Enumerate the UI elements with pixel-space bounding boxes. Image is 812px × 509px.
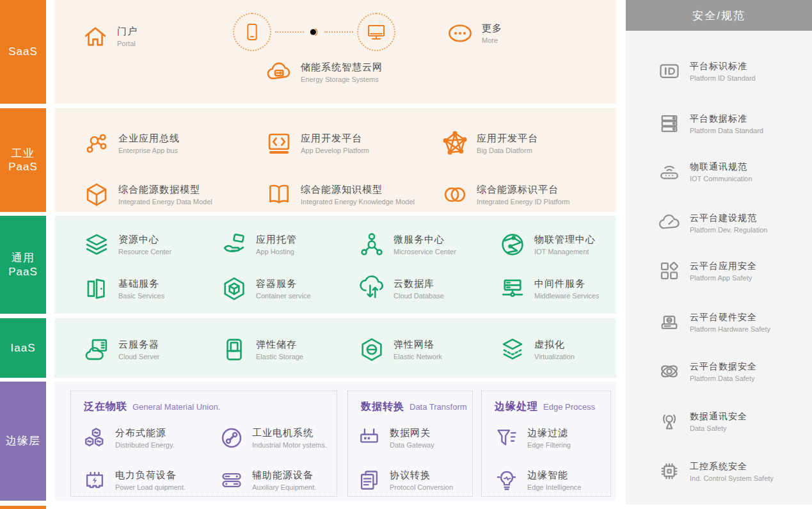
item-title: 应用托管 — [256, 234, 297, 246]
edge-group-header: 边缘处理 Edge Process — [495, 400, 595, 414]
cube-model-icon — [83, 181, 110, 208]
edge-group-title: 泛在物联 — [84, 400, 127, 414]
edge-group-data-transform: 数据转换 Data Transform 数据网关Data Gateway 协议转… — [347, 391, 473, 497]
item-edge-filtering: 边缘过滤Edge Filtering — [495, 426, 571, 450]
edge-panel: 泛在物联 General Material Union. 分布式能源Distri… — [54, 382, 616, 501]
linked-rings-icon — [442, 181, 468, 208]
middleware-server-icon — [499, 275, 526, 302]
item-subtitle: Basic Services — [118, 292, 164, 300]
item-subtitle: Platform Hardware Safety — [690, 325, 770, 333]
industrial-paas-panel: 企业应用总线Enterprise App bus 应用开发平台App Devel… — [54, 108, 616, 212]
container-hex-icon — [221, 275, 248, 302]
sidebar-item-platform-dev-regulation: 云平台建设规范Platform Dev. Regulation — [658, 211, 767, 234]
cloud-server-icon — [83, 336, 110, 363]
edge-group-subtitle: Data Transform — [410, 402, 467, 412]
cloud-battery-icon — [266, 59, 292, 86]
more-ellipsis-icon — [447, 20, 474, 47]
item-subtitle: Edge Filtering — [527, 441, 571, 449]
virtualization-icon — [499, 336, 526, 363]
item-subtitle: Energy Storage Systems — [301, 76, 383, 83]
item-power-load: 电力负荷设备Power Load quipment. — [83, 468, 186, 492]
item-app-develop-platform: 应用开发平台App Develop Platform — [266, 130, 369, 157]
item-auxiliary-equipment: 辅助能源设备Auxiliary Equipment. — [219, 468, 316, 492]
rail-block-industrial-paas: 工业 PaaS — [0, 108, 46, 212]
item-title: 数据网关 — [390, 427, 434, 439]
item-subtitle: Platform App Safety — [690, 274, 757, 282]
sidebar-item-iot-communication: 物联通讯规范IOT Communication — [658, 160, 752, 183]
item-subtitle: IOT Management — [534, 248, 596, 255]
item-edge-intelligence: 边缘智能Edge Intelligence — [495, 468, 581, 492]
item-title: 物联管理中心 — [534, 234, 596, 246]
item-title: 边缘过滤 — [527, 427, 571, 439]
sidebar-item-platform-id-standard: 平台标识标准Platform ID Standard — [658, 60, 756, 83]
item-subtitle: Power Load quipment. — [115, 483, 186, 491]
item-subtitle: App Develop Platform — [301, 147, 369, 154]
hardware-drive-icon — [658, 311, 681, 334]
dotted-connector — [324, 31, 353, 33]
item-subtitle: App Hosting — [256, 248, 297, 255]
item-title: 微服务中心 — [394, 234, 456, 246]
motor-system-icon — [219, 426, 244, 450]
item-subtitle: Platform Dev. Regulation — [690, 226, 767, 234]
rail-block-edge: 边缘层 — [0, 382, 46, 501]
dotted-connector — [275, 31, 304, 33]
item-subtitle: Integrated Energy Knowledge Model — [301, 198, 415, 206]
iaas-panel: 云服务器Cloud Server 弹性储存Elastic Storage 弹性网… — [54, 318, 616, 378]
sidebar-item-platform-app-safety: 云平台应用安全Platform App Safety — [658, 259, 757, 282]
saas-panel: 门户Portal 储能系统智慧云网Energy Storage Systems — [54, 0, 616, 104]
item-resource-center: 资源中心Resource Center — [83, 231, 171, 258]
data-rack-icon — [658, 112, 681, 135]
app-grid-icon — [658, 259, 681, 282]
microservice-icon — [358, 231, 385, 258]
broadcast-icon — [658, 410, 681, 433]
chip-icon — [658, 460, 681, 483]
sync-dot-icon — [308, 26, 321, 38]
item-elastic-network: 弹性网络Elastic Network — [358, 336, 442, 363]
elastic-storage-icon — [221, 336, 248, 363]
item-protocol-conversion: 协议转换Protocol Conversion — [357, 468, 453, 492]
item-subtitle: Elastic Network — [394, 353, 442, 360]
general-paas-panel: 资源中心Resource Center 应用托管App Hosting 微服务中… — [54, 216, 616, 314]
item-title: 中间件服务 — [534, 278, 599, 290]
item-subtitle: Platform Data Safety — [690, 375, 757, 382]
sidebar-item-platform-data-safety: 云平台数据安全Platform Data Safety — [658, 360, 757, 383]
item-title: 储能系统智慧云网 — [301, 61, 383, 74]
item-subtitle: Middleware Services — [534, 292, 599, 300]
rail-label-industrial-paas: 工业 PaaS — [8, 147, 38, 174]
item-cloud-database: 云数据库Cloud Database — [358, 275, 444, 302]
security-standards-sidebar: 安全/规范 平台标识标准Platform ID Standard 平台数据标准P… — [626, 0, 812, 505]
item-title: 辅助能源设备 — [252, 469, 316, 481]
item-title: 云服务器 — [118, 339, 159, 351]
item-title: 物联通讯规范 — [690, 161, 752, 173]
item-title: 边缘智能 — [527, 469, 581, 481]
edge-group-subtitle: General Material Union. — [132, 402, 220, 412]
item-energy-id-platform: 综合能源标识平台Integrated Energy ID Platform — [442, 181, 570, 208]
item-title: 综合能源知识模型 — [301, 184, 415, 196]
item-industrial-motor: 工业电机系统Industrial Motor ystems. — [219, 426, 327, 450]
rail-label-general-paas: 通用 PaaS — [8, 251, 38, 279]
item-title: 云数据库 — [394, 278, 444, 290]
home-icon — [82, 23, 109, 50]
item-title: 企业应用总线 — [118, 133, 180, 145]
item-title: 协议转换 — [390, 469, 453, 481]
item-subtitle: Cloud Server — [118, 353, 159, 360]
item-title: 云平台硬件安全 — [690, 312, 770, 323]
architecture-diagram: SaaS 工业 PaaS 通用 PaaS IaaS 边缘层 门户Portal — [0, 0, 812, 509]
item-title: 工业电机系统 — [252, 427, 327, 439]
item-title: 云平台应用安全 — [690, 261, 757, 272]
auxiliary-equipment-icon — [219, 468, 244, 492]
edge-group-title: 边缘处理 — [495, 400, 538, 414]
item-virtualization: 虚拟化Virtualization — [499, 336, 575, 363]
item-title: 云平台数据安全 — [690, 361, 757, 373]
item-title: 门户 — [117, 26, 138, 38]
mobile-icon — [233, 13, 271, 51]
item-cloud-server: 云服务器Cloud Server — [83, 336, 159, 363]
item-middleware-services: 中间件服务Middleware Services — [499, 275, 599, 302]
item-microservice-center: 微服务中心Microservice Center — [358, 231, 456, 258]
protocol-docs-icon — [357, 468, 381, 492]
edge-filter-icon — [495, 426, 519, 450]
item-iot-management: 物联管理中心IOT Management — [499, 231, 596, 258]
item-subtitle: Edge Intelligence — [527, 483, 581, 491]
code-platform-icon — [266, 130, 292, 157]
rail-label-saas: SaaS — [8, 45, 38, 58]
